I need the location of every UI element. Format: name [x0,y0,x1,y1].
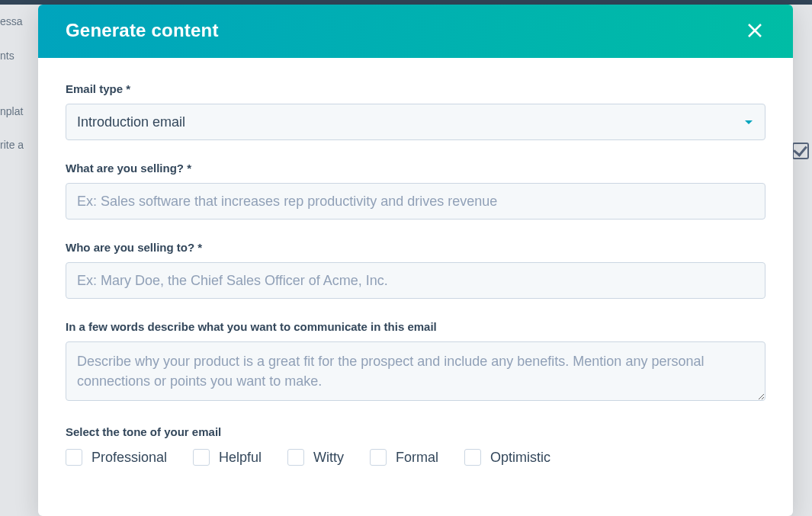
checkbox-icon [287,449,304,466]
selling-what-label: What are you selling? * [66,162,765,175]
modal-header: Generate content [38,5,793,58]
tone-option-label: Helpful [219,450,262,466]
tone-option-label: Formal [396,450,438,466]
tone-option-optimistic[interactable]: Optimistic [464,449,550,466]
checkbox-icon [193,449,210,466]
tone-group: Select the tone of your email Profession… [66,425,765,466]
selling-what-input[interactable] [66,183,765,220]
tone-option-label: Professional [91,450,167,466]
checkbox-icon [464,449,481,466]
email-type-group: Email type * Introduction email [66,82,765,140]
email-type-label: Email type * [66,82,765,95]
modal-body: Email type * Introduction email What are… [38,58,793,473]
tone-option-professional[interactable]: Professional [66,449,167,466]
tone-option-helpful[interactable]: Helpful [193,449,262,466]
modal-title: Generate content [66,20,219,41]
selling-what-group: What are you selling? * [66,162,765,220]
selling-to-label: Who are you selling to? * [66,241,765,254]
close-button[interactable] [744,20,765,41]
describe-label: In a few words describe what you want to… [66,320,765,333]
generate-content-modal: Generate content Email type * Introducti… [38,5,793,516]
checkbox-icon [370,449,387,466]
tone-label: Select the tone of your email [66,425,765,438]
tone-option-witty[interactable]: Witty [287,449,344,466]
describe-textarea[interactable] [66,341,765,401]
selling-to-input[interactable] [66,262,765,299]
tone-option-formal[interactable]: Formal [370,449,438,466]
checkbox-icon [66,449,82,466]
tone-option-label: Witty [313,450,344,466]
close-icon [746,22,763,39]
tone-options: Professional Helpful Witty Formal Optimi… [66,449,765,466]
email-type-value: Introduction email [66,104,765,140]
email-type-select[interactable]: Introduction email [66,104,765,140]
tone-option-label: Optimistic [490,450,550,466]
describe-group: In a few words describe what you want to… [66,320,765,404]
selling-to-group: Who are you selling to? * [66,241,765,299]
